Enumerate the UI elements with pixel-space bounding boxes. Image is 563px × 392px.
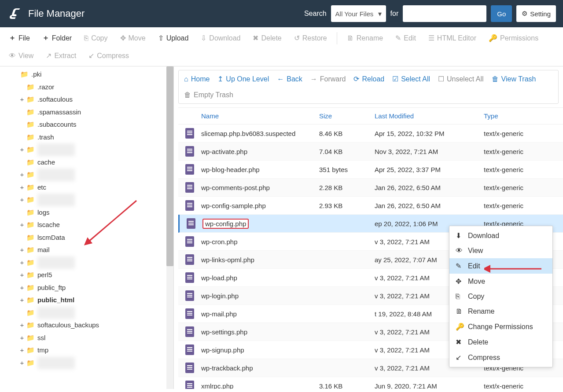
- tree-item-label: hidden: [37, 143, 75, 156]
- table-row[interactable]: wp-comments-post.php2.28 KBJan 26, 2022,…: [178, 179, 563, 197]
- download-button[interactable]: ⇩Download: [195, 30, 246, 46]
- select-all-link[interactable]: ☑Select All: [392, 75, 430, 83]
- up-one-level-link[interactable]: ↥Up One Level: [217, 75, 269, 83]
- new-file-button[interactable]: ＋File: [4, 30, 35, 46]
- tree-item[interactable]: +📁public_html: [13, 294, 173, 307]
- tree-expander[interactable]: +: [19, 181, 25, 194]
- tree-expander[interactable]: +: [19, 219, 25, 231]
- context-menu-item[interactable]: 🗎Rename: [449, 304, 552, 319]
- tree-expander[interactable]: +: [19, 332, 25, 344]
- tree-item[interactable]: +📁perl5: [13, 269, 173, 282]
- tree-item[interactable]: 📁hidden: [13, 307, 173, 319]
- context-menu-item[interactable]: 🔑Change Permissions: [449, 319, 552, 334]
- search-input[interactable]: [403, 5, 486, 22]
- col-header-modified[interactable]: Last Modified: [375, 112, 484, 120]
- tree-expander[interactable]: +: [19, 319, 25, 332]
- upload-button[interactable]: ⇧Upload: [153, 30, 194, 46]
- tree-expander[interactable]: +: [19, 169, 25, 181]
- context-menu-item[interactable]: ⬇Download: [449, 228, 552, 243]
- tree-item[interactable]: +📁hidden: [13, 169, 173, 181]
- tree-item[interactable]: +📁.softaculous: [13, 93, 173, 106]
- tree-item[interactable]: +📁etc: [13, 181, 173, 194]
- table-row[interactable]: wp-blog-header.php351 bytesApr 25, 2022,…: [178, 161, 563, 179]
- tree-item-label: lscache: [37, 219, 60, 231]
- file-modified: Jun 9, 2020, 7:21 AM: [375, 382, 484, 389]
- tree-item[interactable]: +📁public_ftp: [13, 282, 173, 294]
- plus-icon: ＋: [42, 33, 49, 43]
- tree-expander[interactable]: +: [19, 357, 25, 370]
- go-button[interactable]: Go: [491, 5, 512, 22]
- restore-button[interactable]: ↺Restore: [289, 30, 332, 46]
- view-trash-link[interactable]: 🗑View Trash: [492, 75, 536, 83]
- unselect-all-link[interactable]: ☐Unselect All: [438, 75, 484, 83]
- tree-item[interactable]: 📁lscmData: [13, 231, 173, 244]
- tree-item[interactable]: +📁ssl: [13, 332, 173, 344]
- view-button[interactable]: 👁View: [4, 48, 39, 63]
- tree-item[interactable]: +📁hidden: [13, 143, 173, 156]
- tree-item[interactable]: 📁logs: [13, 206, 173, 219]
- tree-expander[interactable]: +: [19, 194, 25, 206]
- tree-item[interactable]: 📁.spamassassin: [13, 106, 173, 119]
- permissions-button[interactable]: 🔑Permissions: [483, 30, 544, 46]
- html-editor-button[interactable]: ☰HTML Editor: [423, 30, 482, 46]
- app-header: File Manager Search All Your Files for G…: [0, 0, 563, 27]
- tree-item[interactable]: +📁mail: [13, 244, 173, 256]
- col-header-type[interactable]: Type: [484, 112, 563, 120]
- tree-item[interactable]: +📁lscache: [13, 219, 173, 231]
- tree-item[interactable]: +📁softaculous_backups: [13, 319, 173, 332]
- context-menu-item[interactable]: 👁View: [449, 243, 552, 258]
- tree-expander[interactable]: +: [19, 244, 25, 256]
- table-row[interactable]: slicemap.php.bv6083.suspected8.46 KBApr …: [178, 125, 563, 143]
- context-menu-item[interactable]: ✎Edit: [449, 258, 552, 274]
- table-row[interactable]: wp-activate.php7.04 KBNov 3, 2022, 7:21 …: [178, 143, 563, 161]
- tree-item[interactable]: 📁.pki: [13, 68, 173, 81]
- home-link[interactable]: ⌂Home: [184, 75, 210, 83]
- table-row[interactable]: xmlrpc.php3.16 KBJun 9, 2020, 7:21 AMtex…: [178, 377, 563, 389]
- tree-item[interactable]: 📁cache: [13, 156, 173, 169]
- tree-expander[interactable]: +: [19, 294, 25, 307]
- tree-expander[interactable]: +: [19, 282, 25, 294]
- copy-button[interactable]: ⎘Copy: [79, 31, 113, 46]
- extract-button[interactable]: ↗Extract: [40, 48, 81, 63]
- move-button[interactable]: ✥Move: [115, 30, 151, 46]
- logo: File Manager: [7, 6, 85, 22]
- tree-item[interactable]: 📁.trash: [13, 131, 173, 144]
- context-menu-item[interactable]: ↙Compress: [449, 350, 552, 365]
- tree-item[interactable]: +📁tmp: [13, 344, 173, 357]
- settings-button[interactable]: ⚙ Setting: [516, 5, 556, 22]
- tree-item[interactable]: +📁hidden: [13, 194, 173, 206]
- tree-item[interactable]: 📁.razor: [13, 81, 173, 94]
- sidebar-scrollbar-thumb[interactable]: [166, 66, 173, 266]
- compress-button[interactable]: ↙Compress: [83, 48, 134, 63]
- tree-item[interactable]: 📁.subaccounts: [13, 118, 173, 131]
- search-scope-select[interactable]: All Your Files: [331, 5, 386, 22]
- tree-item[interactable]: +📁hidden: [13, 357, 173, 370]
- delete-button[interactable]: ✖Delete: [247, 30, 287, 46]
- tree-expander[interactable]: +: [19, 344, 25, 357]
- forward-link[interactable]: →Forward: [310, 75, 346, 83]
- file-name: slicemap.php.bv6083.suspected: [201, 130, 319, 137]
- back-link[interactable]: ←Back: [277, 75, 302, 83]
- table-row[interactable]: wp-config-sample.php2.93 KBJan 26, 2022,…: [178, 197, 563, 215]
- reload-link[interactable]: ⟳Reload: [353, 75, 384, 83]
- context-menu-item[interactable]: ✥Move: [449, 274, 552, 289]
- context-menu-label: Download: [468, 232, 499, 240]
- rename-button[interactable]: 🗎Rename: [342, 31, 388, 46]
- edit-button[interactable]: ✎Edit: [390, 30, 421, 46]
- tree-expander[interactable]: +: [19, 143, 25, 156]
- col-header-name[interactable]: Name: [201, 112, 319, 120]
- folder-tree-sidebar: 📁.pki📁.razor+📁.softaculous📁.spamassassin…: [0, 66, 174, 389]
- tree-item[interactable]: +📁hidden: [13, 256, 173, 269]
- empty-trash-link[interactable]: 🗑Empty Trash: [184, 91, 233, 99]
- uncheck-icon: ☐: [438, 75, 444, 83]
- sidebar-scrollbar[interactable]: [166, 66, 173, 389]
- context-menu-item[interactable]: ✖Delete: [449, 334, 552, 350]
- tree-expander[interactable]: +: [19, 256, 25, 269]
- context-menu-icon: 👁: [456, 247, 464, 255]
- tree-expander[interactable]: +: [19, 269, 25, 282]
- tree-item-label: ssl: [37, 332, 45, 344]
- context-menu-item[interactable]: ⎘Copy: [449, 289, 552, 304]
- tree-expander[interactable]: +: [19, 93, 25, 106]
- col-header-size[interactable]: Size: [319, 112, 375, 120]
- new-folder-button[interactable]: ＋Folder: [37, 30, 77, 46]
